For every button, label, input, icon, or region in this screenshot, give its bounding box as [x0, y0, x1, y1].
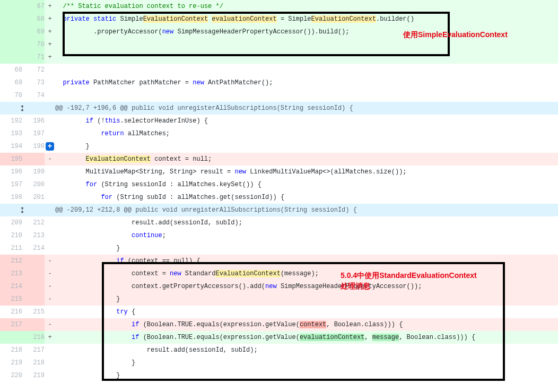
line-num-old: 218 [0, 344, 22, 356]
line-num-new: 213 [22, 229, 45, 242]
line-num-old: 210 [0, 229, 22, 242]
diff-marker [45, 229, 55, 242]
code-cell: result.add(sessionId, subId); [55, 344, 558, 356]
diff-marker [45, 127, 55, 140]
diff-line: 218 217 result.add(sessionId, subId); [0, 344, 558, 356]
line-num-new: 201 [22, 191, 45, 204]
code-cell: continue; [55, 229, 558, 242]
diff-marker [45, 115, 55, 127]
line-num-old: 68 [0, 64, 22, 76]
code-cell: context.getPropertyAccessors().add(new S… [55, 280, 558, 293]
line-num-new: 219 [22, 369, 45, 382]
hunk-text: @@ -192,7 +196,6 @@ public void unregist… [55, 102, 558, 115]
diff-marker [45, 306, 55, 318]
add-comment-button[interactable]: + [46, 142, 54, 151]
expand-cell[interactable] [0, 102, 45, 115]
diff-marker: - [45, 153, 55, 165]
diff-line: 212 - if (context == null) { [0, 255, 558, 267]
diff-marker [45, 191, 55, 204]
line-num-new [22, 255, 45, 267]
diff-line: 68 72 [0, 64, 558, 76]
line-num-new: 67 [22, 0, 45, 13]
code-cell: } [55, 293, 558, 306]
hunk-header: @@ -209,12 +212,8 @@ public void unregis… [0, 204, 558, 216]
code-cell: return allMatches; [55, 127, 558, 140]
diff-line: 215 - } [0, 293, 558, 306]
line-num-old: 195 [0, 153, 22, 165]
code-cell: } [55, 242, 558, 255]
line-num-old: 194 [0, 140, 22, 153]
line-num-old [0, 38, 22, 51]
line-num-old: 214 [0, 280, 22, 293]
code-cell: for (String sessionId : allMatches.keySe… [55, 178, 558, 191]
line-num-old: 192 [0, 115, 22, 127]
diff-marker: + [45, 331, 55, 344]
line-num-old: 198 [0, 191, 22, 204]
line-num-new: 199 [22, 165, 45, 178]
diff-line: 67 + /** Static evaluation context to re… [0, 0, 558, 13]
diff-line: 220 219 } [0, 369, 558, 382]
line-num-old: 211 [0, 242, 22, 255]
diff-marker: + [45, 140, 55, 153]
diff-line: 70 74 [0, 89, 558, 102]
code-cell [55, 64, 558, 76]
expand-icon [18, 206, 27, 214]
line-num-old: 69 [0, 76, 22, 89]
line-num-old [0, 331, 22, 344]
annotation-text-2-line1: 5.0.4中使用StandardEvaluationContext [341, 271, 477, 280]
diff-marker [45, 76, 55, 89]
expand-icon [18, 104, 27, 112]
line-num-new [22, 293, 45, 306]
diff-marker [45, 356, 55, 369]
diff-marker: + [45, 51, 55, 64]
diff-marker: + [45, 13, 55, 25]
diff-marker: - [45, 280, 55, 293]
line-num-new: 218 [22, 356, 45, 369]
diff-line: 69 73 private PathMatcher pathMatcher = … [0, 76, 558, 89]
annotation-text-1: 使用SimpleEvaluationContext [403, 30, 508, 40]
diff-line: 197 200 for (String sessionId : allMatch… [0, 178, 558, 191]
line-num-new: 74 [22, 89, 45, 102]
diff-line: 209 212 result.add(sessionId, subId); [0, 216, 558, 229]
line-num-new [22, 267, 45, 280]
line-num-old: 209 [0, 216, 22, 229]
code-cell: for (String subId : allMatches.get(sessi… [55, 191, 558, 204]
diff-line: 195 - EvaluationContext context = null; [0, 153, 558, 165]
diff-view: 使用SimpleEvaluationContext 5.0.4中使用Standa… [0, 0, 558, 382]
line-num-new: 71 [22, 51, 45, 64]
diff-marker [45, 344, 55, 356]
line-num-old: 70 [0, 89, 22, 102]
diff-table: 67 + /** Static evaluation context to re… [0, 0, 558, 382]
diff-line: 192 196 if (!this.selectorHeaderInUse) { [0, 115, 558, 127]
line-num-old: 212 [0, 255, 22, 267]
code-cell: private static SimpleEvaluationContext e… [55, 13, 558, 25]
line-num-old [0, 13, 22, 25]
line-num-old: 219 [0, 356, 22, 369]
code-cell: if (!this.selectorHeaderInUse) { [55, 115, 558, 127]
line-num-new: 72 [22, 64, 45, 76]
diff-line: 211 214 } [0, 242, 558, 255]
diff-marker [45, 216, 55, 229]
diff-marker [45, 242, 55, 255]
line-num-old [0, 25, 22, 38]
line-num-new: 70 [22, 38, 45, 51]
diff-line: 70 + [0, 38, 558, 51]
annotation-text-2-line2: 处理消息 [341, 282, 370, 290]
line-num-new: 212 [22, 216, 45, 229]
code-cell: if (Boolean.TRUE.equals(expression.getVa… [55, 331, 558, 344]
diff-marker [45, 369, 55, 382]
code-cell: /** Static evaluation context to re-use … [55, 0, 558, 13]
expand-cell[interactable] [0, 204, 45, 216]
line-num-old: 197 [0, 178, 22, 191]
code-cell: if (Boolean.TRUE.equals(expression.getVa… [55, 318, 558, 331]
diff-line: 196 199 MultiValueMap<String, String> re… [0, 165, 558, 178]
line-num-new [22, 153, 45, 165]
line-num-new [22, 280, 45, 293]
diff-marker [45, 165, 55, 178]
line-num-new: 196 [22, 115, 45, 127]
diff-line: 216 215 try { [0, 306, 558, 318]
hunk-text: @@ -209,12 +212,8 @@ public void unregis… [55, 204, 558, 216]
diff-marker: - [45, 255, 55, 267]
diff-line: 210 213 continue; [0, 229, 558, 242]
diff-marker: + [45, 0, 55, 13]
